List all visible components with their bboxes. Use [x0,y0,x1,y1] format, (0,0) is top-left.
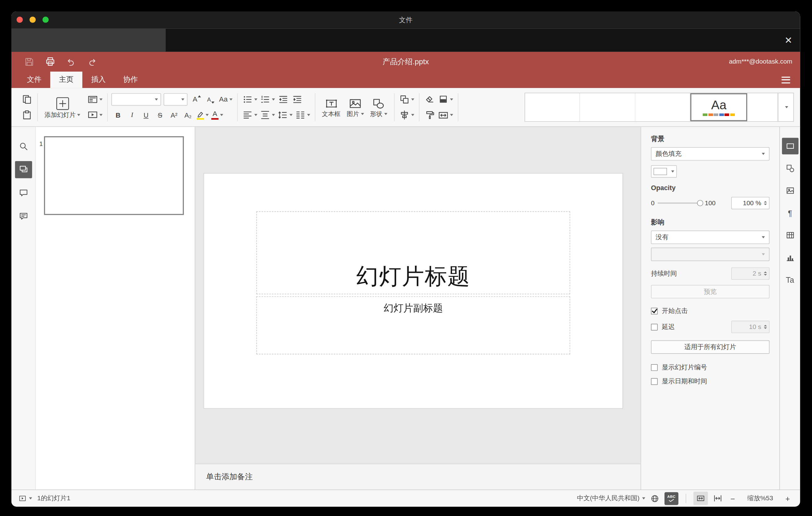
set-language-button[interactable] [650,494,659,503]
increase-font-button[interactable]: A [190,93,204,106]
font-size-combo[interactable] [164,93,187,106]
strikeout-button[interactable]: S [153,108,167,122]
textart-settings-button[interactable]: Ta [782,271,799,288]
theme-gallery-dropdown-button[interactable] [778,93,793,121]
save-button[interactable] [24,57,34,67]
insert-shape-button[interactable]: 形状 [367,91,390,124]
fit-slide-button[interactable] [694,492,708,505]
header-top-row: 产品介绍.pptx adm***@dootask.com [11,52,800,71]
table-settings-button[interactable] [782,227,799,243]
chart-settings-button[interactable] [782,249,799,266]
slider-handle[interactable] [697,200,703,206]
language-select[interactable]: 中文(中华人民共和国) [577,494,645,503]
delay-checkbox[interactable] [651,323,658,330]
theme-item[interactable] [580,93,636,121]
copy-style-button[interactable] [423,108,437,122]
slide-canvas[interactable]: 幻灯片标题 幻灯片副标题 [204,173,622,408]
print-button[interactable] [45,56,56,67]
fit-width-button[interactable] [713,494,722,503]
font-color-button[interactable]: A [210,108,224,122]
slide-group: 添加幻灯片 [38,88,107,126]
start-slideshow-status-button[interactable] [19,494,32,502]
theme-item-selected[interactable]: Aa [691,93,748,121]
spinner-down-icon[interactable] [764,204,767,205]
subtitle-placeholder[interactable]: 幻灯片副标题 [256,296,570,354]
font-name-combo[interactable] [111,93,161,106]
vertical-align-button[interactable] [259,108,276,122]
line-spacing-button[interactable] [277,108,293,122]
increase-indent-button[interactable] [290,93,304,106]
font-color-bar [211,118,219,119]
decrease-indent-button[interactable] [277,93,290,106]
tab-collaboration[interactable]: 协作 [114,71,147,88]
background-fill-select[interactable]: 颜色填充 [651,147,770,161]
slide-subtitle-text: 幻灯片副标题 [384,302,443,315]
add-slide-button[interactable]: 添加幻灯片 [41,91,83,124]
traffic-light-zoom-button[interactable] [42,17,49,23]
undo-button[interactable] [66,57,76,67]
copy-button[interactable] [20,93,34,106]
tab-insert[interactable]: 插入 [82,71,114,88]
close-button[interactable]: ✕ [785,28,792,52]
bullets-button[interactable] [241,93,258,106]
paragraph-settings-button[interactable]: ¶ [782,205,799,221]
highlight-color-button[interactable] [195,108,210,122]
italic-button[interactable]: I [125,108,139,122]
numbering-button[interactable] [259,93,276,106]
spinner-up-icon[interactable] [764,201,767,202]
image-settings-button[interactable] [782,182,799,199]
traffic-light-close-button[interactable] [17,17,23,23]
horizontal-align-button[interactable] [241,108,258,122]
arrange-button[interactable] [398,93,415,106]
start-click-checkbox[interactable] [651,308,658,314]
spellcheck-icon: ABC [667,495,676,498]
tab-file[interactable]: 文件 [18,71,50,88]
insert-textbox-button[interactable]: 文本框 [319,91,344,124]
insert-image-button[interactable]: 图片 [344,91,367,124]
bold-button[interactable]: B [111,108,125,122]
slides-panel-button[interactable] [15,161,32,178]
show-slide-number-checkbox[interactable] [651,364,658,371]
apply-all-button[interactable]: 适用于所有幻灯片 [651,340,770,354]
comments-button[interactable] [15,184,32,202]
theme-item[interactable] [635,93,691,121]
zoom-in-button[interactable]: + [782,494,793,503]
traffic-light-minimize-button[interactable] [30,17,36,23]
spinner[interactable] [764,198,767,209]
slide-settings-button[interactable] [782,138,799,154]
start-slideshow-button[interactable] [86,108,103,122]
opacity-slider[interactable] [658,202,701,203]
slide-thumbnail[interactable] [44,136,184,215]
paste-button[interactable] [20,108,34,122]
effect-select[interactable]: 没有 [651,231,770,244]
columns-button[interactable] [294,108,311,122]
redo-button[interactable] [87,57,97,67]
subscript-button[interactable]: A₂ [181,108,195,122]
menu-button[interactable] [781,71,790,88]
clear-style-button[interactable] [423,93,437,106]
align-objects-button[interactable] [398,108,415,122]
chat-button[interactable] [15,208,32,225]
superscript-button[interactable]: A² [167,108,181,122]
increase-indent-icon [292,94,302,105]
change-case-button[interactable]: Aa [218,93,234,106]
background-color-picker[interactable] [651,165,677,177]
spellcheck-button[interactable]: ABC [665,492,678,505]
underline-button[interactable]: U [140,108,153,122]
search-button[interactable] [15,138,32,154]
decrease-font-button[interactable]: A [204,93,218,106]
slide-layout-button[interactable] [86,93,103,106]
title-placeholder[interactable]: 幻灯片标题 [256,211,570,294]
shape-settings-button[interactable] [782,160,799,177]
show-datetime-checkbox[interactable] [651,378,658,385]
fill-color-button[interactable] [437,93,454,106]
tab-home[interactable]: 主页 [50,71,82,88]
window-title: 文件 [11,11,800,28]
zoom-out-button[interactable]: − [727,494,738,503]
notes-area[interactable]: 单击添加备注 [195,463,641,489]
theme-item[interactable] [747,93,778,121]
align-objects-icon [399,110,409,120]
opacity-input[interactable]: 100 % [731,197,770,209]
slide-size-button[interactable] [437,108,454,122]
theme-item[interactable] [525,93,580,121]
